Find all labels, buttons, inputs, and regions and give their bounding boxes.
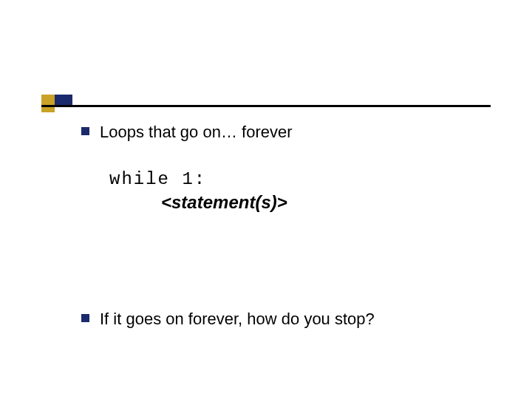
bullet-item: Loops that go on… forever: [81, 122, 495, 143]
accent-navy: [55, 95, 72, 105]
square-bullet-icon: [81, 314, 89, 322]
bullet-text: Loops that go on… forever: [100, 122, 293, 143]
bullet-item: If it goes on forever, how do you stop?: [81, 309, 495, 330]
slide-content: Loops that go on… forever while 1: <stat…: [81, 122, 495, 341]
bullet-text: If it goes on forever, how do you stop?: [100, 309, 375, 330]
header-rule: [41, 105, 491, 107]
code-statement: <statement(s)>: [161, 192, 495, 213]
square-bullet-icon: [81, 127, 89, 135]
accent-gold: [41, 95, 55, 112]
code-line: while 1:: [109, 169, 495, 189]
code-block: while 1: <statement(s)>: [109, 169, 495, 213]
slide: Loops that go on… forever while 1: <stat…: [0, 0, 532, 399]
